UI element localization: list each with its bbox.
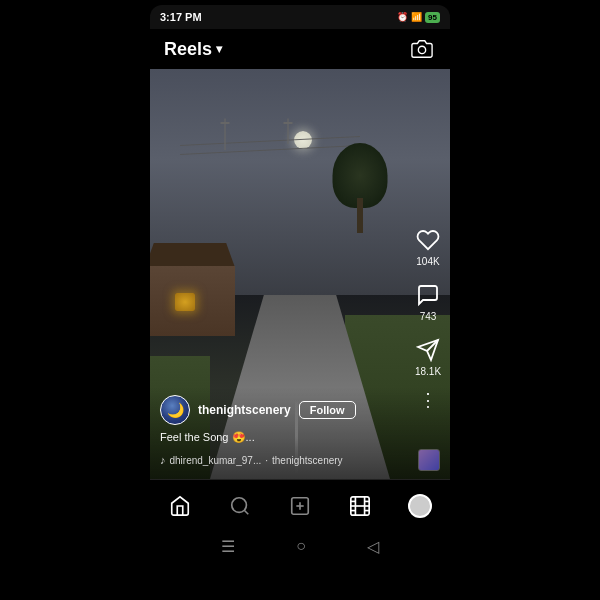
nav-reels[interactable]	[342, 488, 378, 524]
caption-row: Feel the Song 😍...	[160, 431, 440, 444]
chevron-down-icon: ▾	[216, 42, 222, 56]
camera-icon	[411, 38, 433, 60]
username: thenightscenery	[198, 403, 291, 417]
reels-title-group[interactable]: Reels ▾	[164, 39, 222, 60]
back-button[interactable]: ◁	[367, 537, 379, 556]
nav-home[interactable]	[162, 488, 198, 524]
action-buttons: 104K 743 18.1K	[414, 226, 442, 409]
comment-count: 743	[420, 311, 437, 322]
share-icon	[414, 336, 442, 364]
svg-point-9	[232, 497, 247, 512]
comment-button[interactable]: 743	[414, 281, 442, 322]
caption-text: Feel the Song 😍...	[160, 431, 255, 444]
top-bar: Reels ▾	[150, 29, 450, 69]
battery-percent: 95	[425, 12, 440, 23]
bottom-overlay: 🌙 thenightscenery Follow Feel the Song 😍…	[150, 387, 450, 479]
music-creator: thenightscenery	[272, 455, 343, 466]
avatar: 🌙	[160, 395, 190, 425]
heart-icon	[414, 226, 442, 254]
status-icons: ⏰ 📶 95	[397, 12, 440, 23]
profile-avatar	[408, 494, 432, 518]
nav-add[interactable]	[282, 488, 318, 524]
music-separator: ·	[265, 455, 268, 466]
system-nav: ☰ ○ ◁	[150, 531, 450, 561]
house-window	[175, 293, 195, 311]
search-icon	[229, 495, 251, 517]
nav-search[interactable]	[222, 488, 258, 524]
tree	[330, 143, 390, 233]
bottom-nav	[150, 479, 450, 531]
reels-icon	[349, 495, 371, 517]
reels-label: Reels	[164, 39, 212, 60]
music-row: ♪ dhirend_kumar_97... · thenightscenery	[160, 449, 440, 471]
svg-point-0	[418, 46, 425, 53]
house-roof	[150, 243, 235, 268]
music-avatar	[418, 449, 440, 471]
like-count: 104K	[416, 256, 439, 267]
signal-icon: 📶	[411, 12, 422, 22]
home-circle-button[interactable]: ○	[296, 537, 306, 555]
house	[150, 236, 250, 336]
follow-button[interactable]: Follow	[299, 401, 356, 419]
user-row: 🌙 thenightscenery Follow	[160, 395, 440, 425]
video-area: 104K 743 18.1K	[150, 69, 450, 479]
svg-line-10	[244, 510, 248, 514]
status-bar: 3:17 PM ⏰ 📶 95	[150, 5, 450, 29]
music-author: dhirend_kumar_97...	[170, 455, 262, 466]
menu-button[interactable]: ☰	[221, 537, 235, 556]
phone-container: 3:17 PM ⏰ 📶 95 Reels ▾	[150, 5, 450, 595]
tree-trunk	[357, 198, 363, 233]
status-time: 3:17 PM	[160, 11, 202, 23]
alarm-icon: ⏰	[397, 12, 408, 22]
share-count: 18.1K	[415, 366, 441, 377]
music-info: ♪ dhirend_kumar_97... · thenightscenery	[160, 454, 343, 466]
music-note-icon: ♪	[160, 454, 166, 466]
house-body	[150, 266, 235, 336]
comment-icon	[414, 281, 442, 309]
like-button[interactable]: 104K	[414, 226, 442, 267]
share-button[interactable]: 18.1K	[414, 336, 442, 377]
home-icon	[169, 495, 191, 517]
nav-profile[interactable]	[402, 488, 438, 524]
add-icon	[289, 495, 311, 517]
camera-button[interactable]	[408, 35, 436, 63]
